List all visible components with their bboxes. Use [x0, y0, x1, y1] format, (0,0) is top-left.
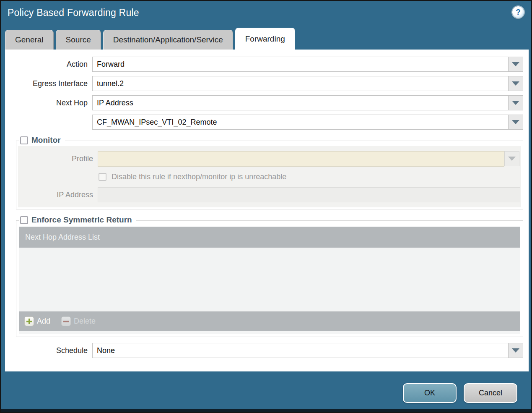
enforce-symmetric-return-fieldset: Enforce Symmetric Return Next Hop Addres… [16, 220, 523, 337]
next-hop-address-list-footer: Add Delete [19, 311, 520, 331]
next-hop-row: Next Hop [5, 95, 529, 110]
chevron-down-icon [512, 62, 519, 66]
chevron-down-icon [512, 348, 519, 353]
dialog-title: Policy Based Forwarding Rule [8, 7, 524, 18]
next-hop-address-list-table: Next Hop Address List Add Delete [19, 227, 520, 334]
disable-rule-checkbox [99, 173, 106, 181]
monitor-legend: Monitor [19, 135, 65, 146]
tab-panel-forwarding: Action Egress Interface Next Hop [5, 50, 529, 371]
egress-interface-row: Egress Interface [5, 76, 529, 91]
tab-bar: General Source Destination/Application/S… [1, 28, 531, 50]
schedule-label: Schedule [5, 346, 92, 355]
dialog-footer: OK Cancel [1, 383, 517, 403]
enforce-symmetric-return-legend: Enforce Symmetric Return [19, 214, 136, 225]
chevron-down-icon [508, 157, 516, 161]
table-scroll-strip [19, 331, 520, 334]
tab-general[interactable]: General [5, 30, 54, 50]
policy-based-forwarding-dialog: Policy Based Forwarding Rule ? General S… [0, 0, 532, 413]
action-input[interactable] [92, 57, 508, 72]
action-dropdown-button[interactable] [508, 57, 523, 72]
next-hop-address-list-body[interactable] [19, 248, 520, 311]
dialog-titlebar: Policy Based Forwarding Rule ? [1, 1, 531, 28]
next-hop-type-input[interactable] [92, 95, 508, 110]
profile-dropdown-button-disabled [504, 151, 519, 166]
window-bottom-edge [1, 409, 531, 412]
action-label: Action [5, 60, 92, 69]
monitor-checkbox[interactable] [20, 136, 28, 144]
minus-icon [61, 316, 71, 326]
next-hop-address-row [5, 115, 529, 130]
add-button-label: Add [37, 317, 50, 326]
profile-input-disabled [98, 151, 504, 167]
next-hop-address-input[interactable] [92, 115, 508, 130]
profile-label: Profile [18, 154, 98, 163]
monitor-panel: Profile Disable this rule if nexthop/mon… [18, 146, 521, 207]
profile-row: Profile [18, 151, 521, 167]
add-button[interactable]: Add [24, 316, 50, 326]
ok-button[interactable]: OK [403, 383, 457, 403]
next-hop-address-dropdown-button[interactable] [508, 115, 523, 130]
monitor-legend-label: Monitor [31, 136, 61, 145]
schedule-input[interactable] [92, 343, 508, 358]
enforce-symmetric-return-legend-label: Enforce Symmetric Return [31, 215, 132, 225]
egress-interface-label: Egress Interface [5, 79, 92, 88]
next-hop-label: Next Hop [5, 99, 92, 107]
tab-source[interactable]: Source [56, 30, 101, 50]
delete-button-label: Delete [74, 317, 96, 326]
enforce-symmetric-return-checkbox[interactable] [20, 216, 28, 224]
egress-interface-input[interactable] [92, 76, 508, 91]
chevron-down-icon [512, 101, 519, 105]
monitor-ip-address-row: IP Address [18, 187, 521, 202]
schedule-row: Schedule [5, 343, 529, 358]
chevron-down-icon [512, 120, 519, 124]
help-icon[interactable]: ? [512, 6, 524, 18]
monitor-fieldset: Monitor Profile Disable this rule if nex… [16, 141, 523, 209]
monitor-ip-address-label: IP Address [18, 191, 98, 199]
disable-rule-label: Disable this rule if nexthop/monitor ip … [112, 173, 286, 181]
tab-destination-application-service[interactable]: Destination/Application/Service [103, 30, 233, 50]
next-hop-type-dropdown-button[interactable] [508, 95, 523, 110]
tab-forwarding[interactable]: Forwarding [235, 28, 295, 50]
schedule-dropdown-button[interactable] [508, 343, 523, 358]
cancel-button[interactable]: Cancel [464, 383, 517, 403]
chevron-down-icon [512, 81, 519, 86]
plus-icon [24, 316, 34, 326]
delete-button: Delete [61, 316, 96, 326]
monitor-ip-address-input-disabled [98, 187, 520, 202]
egress-interface-dropdown-button[interactable] [508, 76, 523, 91]
next-hop-address-list-header: Next Hop Address List [19, 227, 520, 248]
action-row: Action [5, 57, 529, 72]
disable-rule-row: Disable this rule if nexthop/monitor ip … [99, 173, 521, 181]
